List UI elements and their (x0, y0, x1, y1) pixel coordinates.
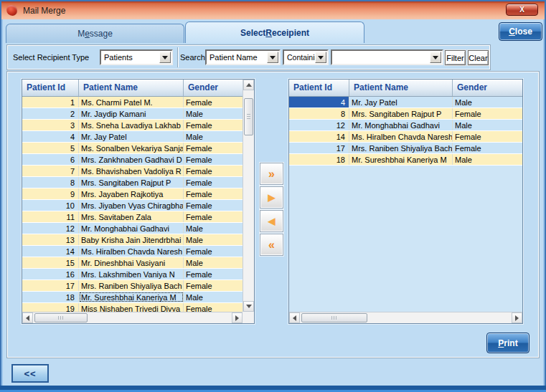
chevron-down-icon[interactable] (159, 52, 171, 63)
table-row[interactable]: 6Mrs. Zankhnaben Gadhavi DFemale (22, 154, 243, 166)
cell-gender: Male (184, 292, 243, 302)
cell-gender: Female (184, 303, 243, 312)
table-row[interactable]: 19Miss Nishaben Trivedi DivyaFemale (22, 303, 243, 312)
table-row[interactable]: 7Ms. Bhavishaben Vadoliya RFemale (22, 166, 243, 177)
left-grid-header: Patient IdPatient NameGender (22, 80, 243, 97)
cell-patient-name: Mr. Dineshbhai Vasiyani (79, 257, 184, 268)
table-row[interactable]: 17Mrs. Raniben Shiyaliya BachFemale (289, 143, 522, 154)
table-row[interactable]: 2Mr. Jaydip KamaniMale (22, 108, 243, 120)
cell-patient-id: 16 (22, 269, 79, 279)
operator-select[interactable]: Containing (283, 49, 329, 65)
cell-patient-id: 13 (22, 234, 79, 245)
table-row[interactable]: 15Mr. Dineshbhai VasiyaniMale (22, 257, 243, 269)
print-button[interactable]: Print (486, 333, 529, 353)
scroll-right-icon[interactable] (232, 312, 243, 323)
right-grid-header: Patient IdPatient NameGender (289, 80, 522, 97)
table-row[interactable]: 5Ms. Sonalben Vekariya SanjaFemale (22, 143, 243, 154)
cell-patient-id: 8 (22, 177, 79, 188)
table-row[interactable]: 16Mrs. Lakshmiben Vaniya NFemale (22, 269, 243, 280)
tab-select-recipient[interactable]: Select Receipient (185, 21, 364, 43)
table-row[interactable]: 9Mrs. Jayaben RajkotiyaFemale (22, 188, 243, 200)
cell-patient-name: Ms. Hiralben Chavda Naresh (349, 131, 453, 142)
cell-patient-name: Baby Krisha Jain Jitendrbhai (79, 234, 184, 245)
cell-patient-name: Ms. Sonalben Vekariya Sanja (79, 143, 184, 153)
move-all-right-button[interactable]: » (260, 163, 283, 185)
table-row[interactable]: 12Mr. Monghabhai GadhaviMale (289, 120, 522, 131)
cell-patient-id: 1 (22, 97, 79, 107)
scroll-right-icon[interactable] (512, 312, 522, 323)
cell-patient-name: Mrs. Savitaben Zala (79, 211, 184, 222)
search-text-combo[interactable] (331, 49, 443, 65)
chevron-down-icon[interactable] (315, 52, 326, 63)
chevron-down-icon[interactable] (267, 52, 278, 63)
cell-patient-name: Ms. Hiralben Chavda Naresh (79, 246, 184, 257)
scroll-left-icon[interactable] (289, 312, 300, 323)
cell-gender: Female (184, 154, 243, 165)
table-row[interactable]: 13Baby Krisha Jain JitendrbhaiMale (22, 234, 243, 246)
table-row[interactable]: 3Ms. Sneha Lavadiya LakhabFemale (22, 120, 243, 131)
table-row[interactable]: 11Mrs. Savitaben ZalaFemale (22, 211, 243, 223)
chevron-down-icon[interactable] (430, 52, 441, 63)
table-row[interactable]: 4Mr. Jay PatelMale (22, 131, 243, 143)
cell-patient-id: 12 (22, 223, 79, 234)
clear-button[interactable]: Clear (468, 50, 489, 65)
scrollbar-thumb[interactable] (34, 313, 88, 322)
cell-gender: Male (453, 154, 522, 165)
collapse-button[interactable]: << (11, 364, 49, 383)
cell-gender: Female (453, 108, 522, 119)
column-header-gender[interactable]: Gender (184, 80, 243, 96)
table-row[interactable]: 14Ms. Hiralben Chavda NareshFemale (289, 131, 522, 143)
filter-button[interactable]: Filter (445, 50, 466, 65)
scroll-up-icon[interactable] (243, 80, 254, 90)
table-row[interactable]: 17Mrs. Raniben Shiyaliya BachFemale (22, 280, 243, 292)
cell-gender: Female (184, 246, 243, 257)
cell-patient-id: 10 (22, 200, 79, 211)
table-row[interactable]: 14Ms. Hiralben Chavda NareshFemale (22, 246, 243, 257)
table-row[interactable]: 1Ms. Charmi Patel M.Female (22, 97, 243, 108)
column-header-gender[interactable]: Gender (453, 80, 522, 96)
cell-gender: Female (453, 131, 522, 142)
search-label: Search (180, 53, 205, 62)
move-all-left-button[interactable]: « (260, 234, 283, 256)
tab-message[interactable]: Message (6, 24, 184, 43)
cell-patient-name: Mr. Sureshbhai Kaneriya M (79, 292, 184, 302)
cell-gender: Male (184, 223, 243, 234)
scroll-down-icon[interactable] (243, 301, 254, 312)
column-header-patient-id[interactable]: Patient Id (22, 80, 79, 96)
search-column-select[interactable]: Patient Name (205, 49, 281, 65)
move-right-button[interactable]: ▶ (260, 186, 283, 209)
table-row[interactable]: 12Mr. Monghabhai GadhaviMale (22, 223, 243, 234)
cell-patient-id: 11 (22, 211, 79, 222)
scroll-left-icon[interactable] (22, 312, 33, 323)
scrollbar-thumb[interactable] (301, 313, 367, 322)
horizontal-scrollbar[interactable] (22, 312, 243, 323)
table-row[interactable]: 18Mr. Sureshbhai Kaneriya MMale (22, 292, 243, 303)
move-left-button[interactable]: ◀ (260, 210, 283, 232)
table-row[interactable]: 10Mrs. Jiyaben Vyas ChiragbhaFemale (22, 200, 243, 211)
column-header-patient-id[interactable]: Patient Id (289, 80, 349, 96)
column-header-patient-name[interactable]: Patient Name (79, 80, 184, 96)
window-close-icon[interactable]: X (506, 4, 538, 16)
table-row[interactable]: 4Mr. Jay PatelMale (289, 97, 522, 108)
cell-patient-id: 4 (289, 97, 349, 107)
cell-patient-name: Mr. Jaydip Kamani (79, 108, 184, 119)
cell-gender: Female (184, 143, 243, 153)
vertical-scrollbar[interactable] (243, 80, 254, 312)
cell-patient-name: Mrs. Raniben Shiyaliya Bach (349, 143, 453, 153)
recipient-type-select[interactable]: Patients (100, 49, 173, 65)
window-title: Mail Merge (23, 6, 65, 16)
table-row[interactable]: 18Mr. Sureshbhai Kaneriya MMale (289, 154, 522, 166)
cell-patient-name: Mr. Sureshbhai Kaneriya M (349, 154, 453, 165)
close-button[interactable]: Close (499, 22, 542, 41)
table-row[interactable]: 8Mrs. Sangitaben Rajput PFemale (22, 177, 243, 188)
cell-patient-id: 9 (22, 188, 79, 199)
cell-patient-id: 15 (22, 257, 79, 268)
cell-gender: Female (184, 97, 243, 107)
scrollbar-thumb[interactable] (244, 98, 253, 135)
cell-gender: Female (453, 143, 522, 153)
search-text-input[interactable] (335, 53, 428, 62)
column-header-patient-name[interactable]: Patient Name (349, 80, 453, 96)
table-row[interactable]: 8Mrs. Sangitaben Rajput PFemale (289, 108, 522, 120)
cell-patient-id: 4 (22, 131, 79, 142)
horizontal-scrollbar[interactable] (289, 312, 522, 323)
